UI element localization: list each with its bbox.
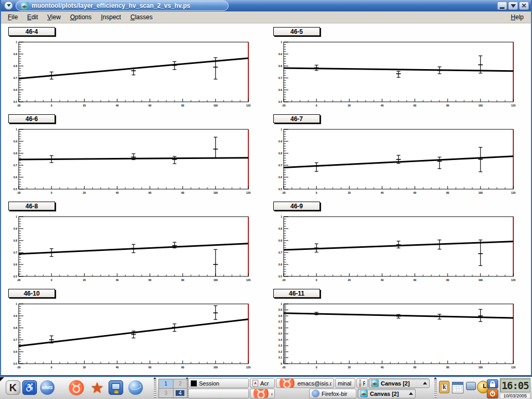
svg-text:0.9: 0.9 bbox=[14, 227, 17, 230]
task-firefox-bir[interactable]: Firefox-bir bbox=[309, 389, 356, 398]
plot-46-7[interactable]: 0.50.60.70.80.91-20020406080100120 bbox=[266, 112, 531, 200]
panel-clock[interactable]: 16:05 bbox=[500, 378, 530, 392]
svg-text:0.7: 0.7 bbox=[278, 251, 282, 254]
tray-calendar[interactable] bbox=[452, 382, 463, 393]
titlebar[interactable]: muontool/plots/layer_efficiency_hv_scan_… bbox=[1, 0, 531, 11]
svg-text:100: 100 bbox=[214, 104, 218, 107]
maximize-button[interactable] bbox=[508, 2, 518, 10]
pad-46-4[interactable]: 0.50.60.70.80.91-2002040608010012046-4 bbox=[1, 25, 266, 112]
applet-handle[interactable] bbox=[154, 379, 156, 398]
task-fire[interactable]: Fire bbox=[356, 378, 368, 388]
svg-text:120: 120 bbox=[511, 278, 516, 282]
pad-label-46-10[interactable]: 46-10 bbox=[8, 289, 55, 298]
svg-text:40: 40 bbox=[116, 104, 119, 107]
svg-text:80: 80 bbox=[181, 278, 184, 282]
power-button[interactable] bbox=[487, 389, 498, 398]
svg-text:0.5: 0.5 bbox=[278, 275, 282, 278]
launcher-accessibility[interactable]: ♿ bbox=[22, 380, 37, 395]
minimize-button[interactable] bbox=[497, 2, 507, 10]
task-canvas-2[interactable]: Canvas [2] bbox=[357, 389, 416, 398]
tray-desktop[interactable] bbox=[466, 382, 476, 390]
svg-text:0.7: 0.7 bbox=[278, 320, 282, 323]
pad-label-46-5[interactable]: 46-5 bbox=[273, 27, 320, 36]
svg-text:120: 120 bbox=[511, 104, 516, 107]
firefox-icon bbox=[312, 390, 320, 397]
plot-46-4[interactable]: 0.50.60.70.80.91-20020406080100120 bbox=[1, 25, 266, 112]
panel-hide-arrow-icon[interactable] bbox=[0, 377, 4, 381]
menu-help[interactable]: Help bbox=[506, 11, 528, 23]
pad-label-46-9[interactable]: 46-9 bbox=[273, 202, 320, 210]
pad-46-7[interactable]: 0.50.60.70.80.91-2002040608010012046-7 bbox=[266, 112, 531, 200]
pad-label-46-7[interactable]: 46-7 bbox=[273, 114, 320, 123]
plot-46-9[interactable]: 0.50.60.70.80.91-20020406080100120 bbox=[266, 200, 531, 287]
task-minal[interactable]: minal [ bbox=[335, 378, 355, 388]
svg-text:-20: -20 bbox=[17, 366, 20, 369]
svg-text:-20: -20 bbox=[282, 278, 285, 282]
pad-46-8[interactable]: 0.50.60.70.80.91-2002040608010012046-8 bbox=[1, 200, 266, 287]
svg-text:0.8: 0.8 bbox=[14, 239, 17, 242]
launcher-red-star[interactable]: ★ bbox=[89, 380, 105, 395]
menu-options[interactable]: Options bbox=[65, 11, 96, 23]
task-canvas-2[interactable]: Canvas [2] bbox=[368, 378, 430, 388]
tray-klipper[interactable] bbox=[439, 381, 449, 393]
svg-text:0.9: 0.9 bbox=[14, 52, 17, 56]
svg-text:-20: -20 bbox=[282, 104, 285, 107]
plot-46-8[interactable]: 0.50.60.70.80.91-20020406080100120 bbox=[1, 200, 266, 287]
menu-edit[interactable]: Edit bbox=[22, 11, 43, 23]
window-menu-chevron-icon bbox=[7, 4, 11, 7]
pager-desktop-3[interactable]: 3 bbox=[159, 389, 173, 397]
svg-text:0.7: 0.7 bbox=[278, 164, 282, 167]
panel-date[interactable]: 10/03/2005 bbox=[500, 393, 530, 399]
launcher-gnu-emacs[interactable]: ♉ bbox=[69, 380, 84, 395]
svg-text:80: 80 bbox=[446, 366, 449, 369]
svg-text:40: 40 bbox=[381, 191, 384, 194]
launcher-kmenu[interactable]: K bbox=[5, 380, 21, 395]
pad-46-5[interactable]: 0.50.60.70.80.91-2002040608010012046-5 bbox=[266, 25, 531, 112]
pad-46-10[interactable]: 0.50.60.70.80.91-2002040608010012046-10 bbox=[1, 287, 266, 374]
task-em[interactable]: ♉em bbox=[250, 389, 275, 398]
launcher-kde-display[interactable] bbox=[108, 380, 124, 395]
plot-46-10[interactable]: 0.50.60.70.80.91-20020406080100120 bbox=[1, 287, 266, 374]
svg-text:0: 0 bbox=[316, 191, 317, 194]
close-button[interactable]: ✕ bbox=[519, 2, 529, 10]
pager-desktop-1[interactable]: 1 bbox=[159, 379, 173, 388]
pad-46-6[interactable]: 0.50.60.70.80.91-2002040608010012046-6 bbox=[1, 112, 266, 200]
applet-handle[interactable] bbox=[434, 379, 437, 398]
menu-view[interactable]: View bbox=[43, 11, 65, 23]
pad-label-46-4[interactable]: 46-4 bbox=[8, 27, 55, 36]
task-session[interactable]: Session bbox=[188, 378, 249, 388]
pad-label-46-6[interactable]: 46-6 bbox=[8, 114, 55, 123]
window-buttons: ✕ bbox=[497, 2, 529, 10]
maximize-icon bbox=[511, 4, 516, 8]
window-menu-button[interactable] bbox=[4, 1, 13, 10]
svg-text:100: 100 bbox=[478, 191, 483, 194]
plot-46-6[interactable]: 0.50.60.70.80.91-20020406080100120 bbox=[1, 112, 266, 200]
svg-text:0.8: 0.8 bbox=[278, 64, 282, 68]
pager-desktop-4[interactable]: 4 bbox=[174, 389, 188, 397]
pager-desktop-2[interactable]: 2 bbox=[174, 379, 188, 388]
task-blank[interactable] bbox=[188, 389, 249, 398]
launcher-konqueror-globe[interactable] bbox=[128, 380, 143, 395]
pad-label-46-8[interactable]: 46-8 bbox=[8, 202, 55, 210]
kde-display-icon bbox=[109, 380, 123, 395]
lock-button[interactable] bbox=[487, 379, 498, 389]
task-emacs-isis-des[interactable]: ♉emacs@isis.des bbox=[276, 378, 334, 388]
svg-text:60: 60 bbox=[414, 104, 417, 107]
menu-inspect[interactable]: Inspect bbox=[96, 11, 126, 23]
menu-file[interactable]: File bbox=[3, 11, 22, 23]
pad-46-11[interactable]: 00.10.20.30.40.50.60.70.80.91-2002040608… bbox=[266, 287, 531, 374]
pad-46-9[interactable]: 0.50.60.70.80.91-2002040608010012046-9 bbox=[266, 200, 531, 287]
svg-text:20: 20 bbox=[348, 104, 351, 107]
pager-desktop-number: 3 bbox=[164, 390, 167, 396]
plot-46-5[interactable]: 0.50.60.70.80.91-20020406080100120 bbox=[266, 25, 531, 112]
plot-46-11[interactable]: 00.10.20.30.40.50.60.70.80.91-2002040608… bbox=[266, 287, 531, 374]
svg-text:120: 120 bbox=[246, 191, 251, 194]
svg-text:0.6: 0.6 bbox=[14, 350, 17, 353]
menu-classes[interactable]: Classes bbox=[126, 11, 157, 23]
svg-text:20: 20 bbox=[348, 278, 351, 282]
pad-label-46-11[interactable]: 46-11 bbox=[273, 289, 320, 298]
task-acr[interactable]: AAcr bbox=[250, 378, 275, 388]
task-label: Canvas [2] bbox=[381, 380, 410, 387]
task-label: Firefox-bir bbox=[322, 391, 348, 397]
launcher-mms-globe[interactable]: MMS bbox=[39, 380, 55, 395]
